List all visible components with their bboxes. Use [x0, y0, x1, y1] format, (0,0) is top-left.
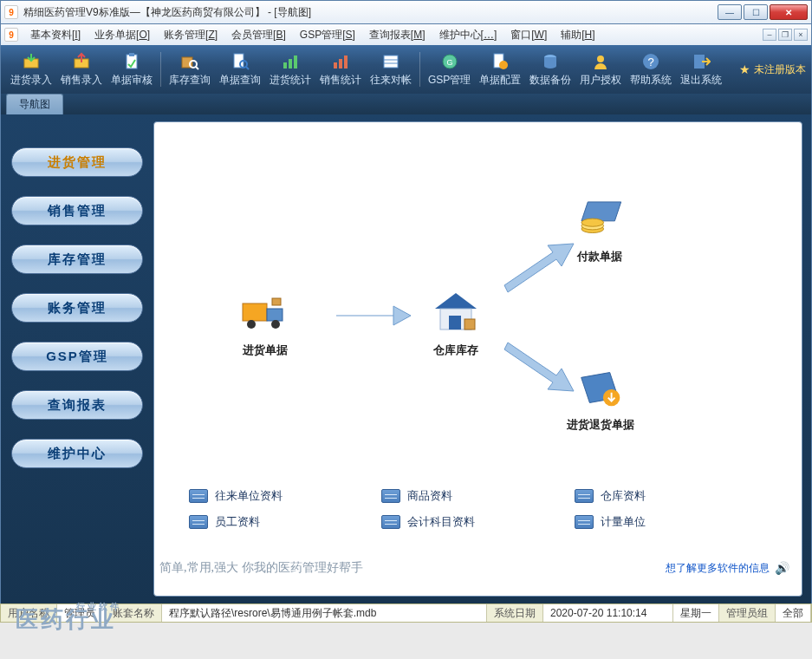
sidebar-item-查询报表[interactable]: 查询报表 — [11, 390, 143, 420]
tool-label: 单据查询 — [219, 73, 261, 88]
close-button[interactable]: ✕ — [770, 4, 808, 20]
status-weekday: 星期一 — [673, 604, 719, 622]
svg-point-31 — [271, 320, 280, 329]
doc-cfg-icon — [490, 52, 510, 71]
quicklink-label: 仓库资料 — [601, 488, 646, 504]
status-acct: 程序默认路径\resrore\易博通用例子帐套.mdb — [162, 604, 487, 622]
tool-label: 销售录入 — [61, 73, 102, 88]
sidebar-item-库存管理[interactable]: 库存管理 — [11, 245, 143, 274]
svg-rect-36 — [464, 319, 475, 330]
arrow-up-icon — [499, 235, 581, 296]
grid-icon — [381, 489, 400, 503]
more-info-link[interactable]: 想了解更多软件的信息 — [666, 561, 770, 576]
menu-GSP管理[interactable]: GSP管理[S] — [293, 27, 362, 42]
toolbar-separator — [160, 52, 161, 87]
tool-单据配置[interactable]: 单据配置 — [475, 49, 525, 90]
menu-会员管理[interactable]: 会员管理[B] — [224, 27, 293, 42]
tool-库存查询[interactable]: 库存查询 — [165, 49, 215, 90]
quicklink-员工资料[interactable]: 员工资料 — [189, 514, 381, 530]
menu-业务单据[interactable]: 业务单据[O] — [88, 27, 157, 42]
user-auth-icon — [591, 52, 610, 71]
unregistered-label: 未注册版本 — [754, 62, 806, 77]
maximize-button[interactable]: ☐ — [744, 4, 768, 20]
db-backup-icon — [541, 52, 560, 71]
tool-退出系统[interactable]: 退出系统 — [676, 49, 726, 90]
quicklink-往来单位资料[interactable]: 往来单位资料 — [189, 488, 381, 504]
sidebar-item-维护中心[interactable]: 维护中心 — [11, 439, 143, 468]
svg-point-30 — [247, 320, 256, 329]
svg-line-9 — [246, 67, 249, 69]
quicklink-仓库资料[interactable]: 仓库资料 — [575, 488, 767, 504]
svg-text:G: G — [446, 58, 452, 67]
tool-label: 进货统计 — [270, 73, 311, 88]
quicklink-计量单位[interactable]: 计量单位 — [575, 514, 767, 530]
tool-数据备份[interactable]: 数据备份 — [525, 49, 575, 90]
sidebar: 进货管理销售管理库存管理账务管理GSP管理查询报表维护中心 — [1, 114, 153, 604]
truck-icon — [237, 289, 293, 337]
unregistered-notice[interactable]: ★ 未注册版本 — [739, 62, 806, 77]
svg-point-39 — [581, 219, 604, 226]
sidebar-item-GSP管理[interactable]: GSP管理 — [11, 342, 143, 371]
menu-查询报表[interactable]: 查询报表[M] — [362, 27, 432, 42]
tool-label: 用户授权 — [580, 73, 621, 88]
svg-point-24 — [597, 55, 604, 62]
node-purchase-doc[interactable]: 进货单据 — [237, 289, 293, 358]
tool-销售统计[interactable]: 销售统计 — [315, 49, 366, 90]
speaker-icon[interactable]: 🔊 — [775, 561, 789, 575]
sidebar-item-账务管理[interactable]: 账务管理 — [11, 293, 143, 323]
tool-label: 数据备份 — [529, 73, 571, 88]
menu-基本资料[interactable]: 基本资料[I] — [23, 27, 88, 42]
mdi-minimize-button[interactable]: – — [763, 29, 776, 41]
node-label: 进货退货单据 — [567, 417, 634, 433]
tool-进货录入[interactable]: 进货录入 — [6, 49, 56, 90]
app-icon: 9 — [4, 5, 18, 19]
toolbar: 进货录入销售录入单据审核库存查询单据查询进货统计销售统计往来对帐GGSP管理单据… — [0, 45, 812, 94]
menu-辅助[interactable]: 辅助[H] — [554, 27, 601, 42]
tool-进货统计[interactable]: 进货统计 — [265, 49, 315, 90]
box-search-icon — [180, 52, 199, 71]
menu-窗口[interactable]: 窗口[W] — [503, 27, 554, 42]
svg-rect-13 — [334, 62, 337, 69]
doc-search-icon — [231, 52, 250, 71]
sidebar-item-销售管理[interactable]: 销售管理 — [11, 196, 143, 225]
quicklink-会计科目资料[interactable]: 会计科目资料 — [381, 514, 574, 530]
tool-用户授权[interactable]: 用户授权 — [575, 49, 626, 90]
svg-rect-10 — [283, 62, 287, 69]
menubar: 9 基本资料[I]业务单据[O]账务管理[Z]会员管理[B]GSP管理[S]查询… — [0, 24, 812, 45]
svg-rect-28 — [243, 303, 267, 321]
tool-label: 单据审核 — [111, 73, 153, 88]
mdi-close-button[interactable]: × — [794, 29, 808, 41]
window-title: 精细医药管理V9标准版—【神龙医药商贸有限公司】 - [导航图] — [23, 5, 718, 20]
quicklink-label: 员工资料 — [215, 514, 260, 530]
tool-往来对帐[interactable]: 往来对帐 — [366, 49, 416, 90]
gsp-icon: G — [440, 52, 459, 71]
tool-label: 单据配置 — [479, 73, 521, 88]
arrow-icon — [333, 301, 414, 330]
quicklink-商品资料[interactable]: 商品资料 — [381, 488, 574, 504]
sidebar-item-进货管理[interactable]: 进货管理 — [11, 147, 143, 177]
box-out-icon — [72, 52, 91, 71]
menu-账务管理[interactable]: 账务管理[Z] — [157, 27, 224, 42]
help-icon: ? — [641, 52, 660, 71]
quicklink-label: 往来单位资料 — [215, 488, 283, 504]
tool-GSP管理[interactable]: GGSP管理 — [424, 49, 475, 90]
tab-navigation[interactable]: 导航图 — [6, 94, 63, 114]
minimize-button[interactable]: — — [718, 4, 742, 20]
tool-单据审核[interactable]: 单据审核 — [107, 49, 157, 90]
svg-rect-16 — [384, 55, 398, 68]
menu-维护中心[interactable]: 维护中心[…] — [432, 27, 504, 42]
node-label: 仓库库存 — [428, 343, 484, 358]
tool-销售录入[interactable]: 销售录入 — [56, 49, 107, 90]
quicklink-label: 商品资料 — [407, 488, 452, 504]
tool-label: 帮助系统 — [630, 73, 672, 88]
svg-rect-35 — [449, 316, 461, 330]
mdi-restore-button[interactable]: ❐ — [778, 29, 792, 41]
tool-帮助系统[interactable]: ?帮助系统 — [626, 49, 676, 90]
status-group: 全部 — [776, 604, 811, 622]
tool-label: 退出系统 — [680, 73, 722, 88]
exit-icon — [692, 52, 711, 71]
tool-单据查询[interactable]: 单据查询 — [215, 49, 265, 90]
quicklink-label: 计量单位 — [601, 514, 646, 530]
node-warehouse[interactable]: 仓库库存 — [428, 289, 484, 358]
quick-links: 往来单位资料商品资料仓库资料员工资料会计科目资料计量单位 — [189, 488, 767, 530]
